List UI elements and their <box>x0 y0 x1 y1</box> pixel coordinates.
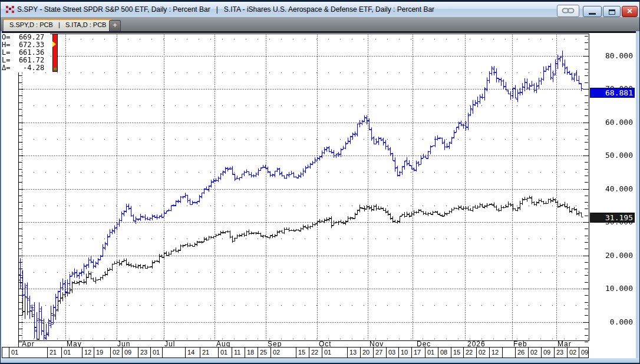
price-chart-canvas[interactable] <box>1 31 640 359</box>
date-cell: 21 <box>200 348 218 358</box>
price-arrow-icon <box>52 41 56 47</box>
ohlc-panel: O= 669.27 H= 672.33 L= 661.36 L= 661.72 … <box>2 34 50 72</box>
date-cell: 08 <box>438 348 451 358</box>
date-cell: 02 <box>567 348 579 358</box>
date-cell: 09 <box>122 348 138 358</box>
close-marker-icon <box>54 68 57 70</box>
window-bottom-border <box>1 358 640 364</box>
add-tab-button[interactable]: + <box>109 20 121 31</box>
tab-spy-ita[interactable]: S.SPY,D : PCB | S.ITA,D : PCB <box>3 19 113 31</box>
title-bar[interactable]: S.SPY - State Street SPDR S&P 500 ETF, D… <box>1 1 640 17</box>
date-cell: 20 <box>360 348 373 358</box>
y-axis-label: 50.000 <box>590 151 633 160</box>
date-cell: 01 <box>218 348 232 358</box>
date-cell: 22 <box>309 348 322 358</box>
date-cell: 26 <box>515 348 528 358</box>
date-cell: 03 <box>386 348 398 358</box>
minimize-icon <box>589 13 596 15</box>
date-cell: 01 <box>150 348 162 358</box>
date-cell: 17 <box>411 348 425 358</box>
date-cell: 01 <box>61 348 82 358</box>
date-cell: 27 <box>373 348 386 358</box>
date-cell: 01 <box>9 348 47 358</box>
date-cell: 18 <box>245 348 258 358</box>
window-right-border <box>636 31 640 358</box>
date-cell: 12 <box>489 348 502 358</box>
date-cell: 11 <box>232 348 245 358</box>
maximize-button[interactable] <box>603 6 621 17</box>
y-axis-label: 0.000 <box>590 317 633 326</box>
date-cell: 01 <box>425 348 438 358</box>
date-cell: 23 <box>554 348 567 358</box>
date-cell: 25 <box>258 348 270 358</box>
close-icon: ✕ <box>626 7 632 15</box>
date-cell <box>502 348 515 358</box>
date-cell: 21 <box>47 348 61 358</box>
app-icon <box>6 6 14 14</box>
ita-price-flag: 31.195 <box>590 213 635 223</box>
maximize-icon <box>609 9 615 15</box>
date-strip: 0121011219020923011421011118250215220113… <box>2 347 589 358</box>
link-icon <box>562 7 575 15</box>
date-cell: 02 <box>270 348 296 358</box>
app-window: S.SPY - State Street SPDR S&P 500 ETF, D… <box>0 0 640 364</box>
y-axis-label: 60.000 <box>590 118 633 127</box>
date-cell: 01 <box>322 348 347 358</box>
date-cell: 15 <box>296 348 309 358</box>
y-axis-label: 20.000 <box>590 251 633 260</box>
spy-price-flag: 68.881 <box>590 88 635 98</box>
tab-bar: S.SPY,D : PCB | S.ITA,D : PCB + <box>1 17 640 31</box>
date-cell: 22 <box>463 348 476 358</box>
date-cell: 12 <box>82 348 94 358</box>
date-cell: 02 <box>476 348 489 358</box>
plus-icon: + <box>113 21 117 29</box>
minimize-button[interactable] <box>583 6 602 17</box>
close-button[interactable]: ✕ <box>622 6 638 17</box>
date-cell: 15 <box>451 348 463 358</box>
y-axis-label: 10.000 <box>590 284 633 293</box>
y-axis-label: 40.000 <box>590 184 633 193</box>
date-cell: 10 <box>398 348 411 358</box>
date-cell: 02 <box>110 348 122 358</box>
y-axis-label: 80.000 <box>590 51 633 60</box>
link-button[interactable] <box>557 5 579 17</box>
date-cell: 02 <box>528 348 541 358</box>
date-cell <box>162 348 185 358</box>
date-cell: 09 <box>541 348 554 358</box>
window-left-border <box>1 31 2 358</box>
date-cell: 23 <box>138 348 150 358</box>
date-cell: 09 <box>579 348 588 358</box>
window-title: S.SPY - State Street SPDR S&P 500 ETF, D… <box>17 5 434 14</box>
date-cell: 14 <box>185 348 200 358</box>
date-cell: 19 <box>94 348 110 358</box>
current-bar-indicator <box>52 34 58 72</box>
date-cell: 13 <box>347 348 360 358</box>
